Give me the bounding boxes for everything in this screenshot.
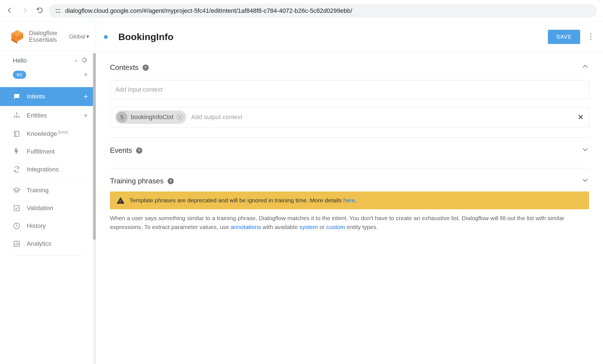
sidebar-item-integrations[interactable]: Integrations [0, 161, 96, 178]
url-text: dialogflow.cloud.google.com/#/agent/mypr… [65, 7, 352, 14]
browser-nav-icons [6, 7, 43, 15]
brand-text: Dialogflow Essentials [29, 30, 57, 43]
warning-banner: Template phrases are deprecated and will… [110, 191, 589, 209]
svg-point-18 [590, 33, 592, 35]
svg-point-2 [59, 12, 60, 13]
section-title: Events [110, 146, 132, 155]
more-menu-button[interactable] [590, 33, 592, 41]
section-training-phrases: Training phrases ? Template phrases are … [110, 173, 589, 231]
svg-point-0 [56, 9, 57, 10]
warning-text: Template phrases are deprecated and will… [129, 197, 357, 204]
caret-down-icon: ▾ [86, 33, 89, 40]
svg-rect-13 [18, 117, 20, 118]
output-context-field[interactable] [190, 111, 574, 123]
section-contexts: Contexts ? 5 bookingInfoCtxt ✕ ✕ [110, 60, 589, 127]
agent-selector[interactable]: Hello ▾ [0, 51, 96, 67]
svg-point-19 [590, 36, 592, 37]
analytics-icon [13, 240, 21, 248]
svg-point-7 [15, 96, 16, 96]
sidebar-item-entities[interactable]: Entities + [0, 106, 96, 125]
context-chip-label: bookingInfoCtxt [128, 114, 177, 121]
intent-title[interactable]: BookingInfo [118, 31, 542, 42]
sidebar-item-knowledge[interactable]: Knowledge[beta] [0, 125, 96, 143]
context-chip-count[interactable]: 5 [116, 112, 128, 123]
language-row: en + [0, 67, 96, 85]
history-icon [13, 222, 21, 230]
section-title: Training phrases [110, 177, 164, 185]
link-custom[interactable]: custom [326, 224, 345, 230]
training-icon [13, 186, 21, 194]
save-button[interactable]: SAVE [548, 30, 580, 44]
add-language-button[interactable]: + [84, 70, 88, 79]
region-selector[interactable]: Global ▾ [69, 33, 89, 40]
sidebar-item-training[interactable]: Training [0, 181, 96, 199]
input-context-field[interactable] [110, 80, 589, 99]
section-title: Contexts [110, 63, 139, 72]
svg-rect-12 [16, 117, 18, 118]
sidebar-item-analytics[interactable]: Analytics [0, 235, 96, 253]
browser-chrome: dialogflow.cloud.google.com/#/agent/mypr… [0, 0, 603, 22]
intent-header: BookingInfo SAVE [96, 22, 603, 52]
input-context-box [110, 80, 589, 99]
caret-down-icon: ▾ [75, 58, 77, 63]
warning-icon [117, 197, 124, 204]
chevron-down-icon[interactable] [581, 176, 589, 186]
link-system[interactable]: system [299, 224, 318, 230]
sidebar-scrollbar[interactable] [93, 53, 96, 364]
output-context-box: 5 bookingInfoCtxt ✕ ✕ [110, 107, 589, 127]
sidebar-item-validation[interactable]: Validation [0, 199, 96, 217]
sidebar-item-intents[interactable]: Intents + [0, 87, 96, 106]
help-icon[interactable]: ? [168, 178, 174, 184]
add-intent-button[interactable]: + [84, 92, 88, 101]
brand-block: Dialogflow Essentials Global ▾ [0, 22, 96, 51]
divider [13, 255, 85, 256]
divider [110, 137, 589, 138]
language-pill[interactable]: en [13, 71, 26, 79]
clear-output-contexts-icon[interactable]: ✕ [578, 113, 584, 122]
svg-rect-15 [14, 206, 19, 211]
sidebar-item-history[interactable]: History [0, 217, 96, 235]
section-events: Events ? [110, 143, 589, 158]
remove-chip-icon[interactable]: ✕ [177, 114, 183, 120]
fulfillment-icon [13, 148, 21, 156]
context-chip: 5 bookingInfoCtxt ✕ [115, 110, 186, 124]
sidebar: Dialogflow Essentials Global ▾ Hello ▾ e… [0, 22, 96, 364]
svg-point-9 [17, 96, 18, 96]
gear-icon[interactable] [80, 56, 88, 65]
section-header-training[interactable]: Training phrases ? [110, 173, 589, 189]
entities-icon [13, 112, 21, 119]
chevron-down-icon[interactable] [581, 146, 589, 155]
section-header-events[interactable]: Events ? [110, 143, 589, 158]
main-content: BookingInfo SAVE Contexts ? 5 [96, 22, 603, 364]
site-settings-icon [55, 8, 61, 14]
warning-link[interactable]: here [343, 197, 355, 203]
training-help-text: When a user says something similar to a … [110, 214, 589, 231]
add-entity-button[interactable]: + [84, 111, 88, 120]
svg-rect-11 [14, 117, 15, 118]
unsaved-dot-icon [104, 35, 108, 39]
dialogflow-logo-icon [10, 29, 24, 44]
help-icon[interactable]: ? [136, 147, 142, 154]
nav-list: Intents + Entities + Knowledge[beta] Ful… [0, 85, 96, 256]
intents-icon [13, 93, 21, 100]
svg-rect-14 [14, 131, 19, 137]
svg-point-8 [16, 96, 17, 96]
back-icon[interactable] [6, 7, 13, 15]
divider [110, 168, 589, 168]
knowledge-icon [13, 130, 21, 138]
validation-icon [13, 204, 21, 212]
link-annotations[interactable]: annotations [231, 224, 261, 230]
forward-icon[interactable] [21, 7, 28, 15]
svg-rect-10 [16, 113, 18, 114]
integrations-icon [13, 166, 21, 173]
sidebar-item-fulfillment[interactable]: Fulfillment [0, 143, 96, 161]
section-header-contexts[interactable]: Contexts ? [110, 60, 589, 75]
svg-rect-1 [57, 9, 60, 10]
chevron-up-icon[interactable] [581, 63, 589, 72]
svg-point-20 [590, 38, 592, 40]
reload-icon[interactable] [36, 7, 43, 15]
agent-name: Hello [13, 57, 71, 64]
help-icon[interactable]: ? [143, 65, 149, 71]
svg-rect-3 [56, 12, 58, 13]
url-bar[interactable]: dialogflow.cloud.google.com/#/agent/mypr… [49, 4, 597, 18]
